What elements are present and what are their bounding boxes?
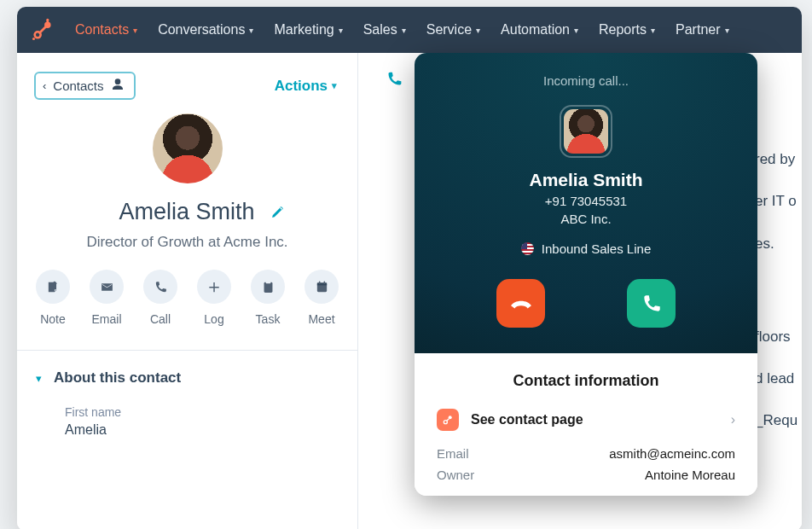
svg-line-14 xyxy=(447,419,450,421)
chevron-down-icon: ▾ xyxy=(651,26,655,35)
envelope-icon xyxy=(90,270,124,304)
task-action[interactable]: Task xyxy=(246,270,289,326)
background-text-fragments: red by er IT o es. floors d lead _Requ xyxy=(755,53,802,529)
app-window: Contacts ▾ Conversations ▾ Marketing ▾ S… xyxy=(17,7,802,529)
nav-partner-label: Partner xyxy=(676,22,720,38)
chevron-left-icon: ‹ xyxy=(43,79,46,92)
hubspot-badge-icon xyxy=(437,409,459,431)
phone-icon[interactable] xyxy=(386,70,403,88)
chevron-down-icon: ▾ xyxy=(332,80,337,91)
email-value: asmith@acmeinc.com xyxy=(609,446,735,461)
phone-icon xyxy=(143,270,177,304)
email-key: Email xyxy=(437,446,469,461)
call-card-header: Incoming call... Amelia Smith +91 730455… xyxy=(415,53,757,353)
sidebar-top-row: ‹ Contacts Actions ▾ xyxy=(17,53,357,107)
email-label: Email xyxy=(91,312,121,326)
chevron-down-icon: ▾ xyxy=(402,26,406,35)
nav-service[interactable]: Service ▾ xyxy=(418,7,489,53)
email-row: Email asmith@acmeinc.com xyxy=(437,446,735,461)
contact-sidebar: ‹ Contacts Actions ▾ Amelia Smith xyxy=(17,53,358,529)
log-label: Log xyxy=(204,312,223,326)
content-area: ‹ Contacts Actions ▾ Amelia Smith xyxy=(17,53,802,529)
quick-actions-row: Note Email Call xyxy=(32,270,343,326)
see-contact-page-link[interactable]: See contact page › xyxy=(437,409,735,431)
accept-call-button[interactable] xyxy=(627,279,676,328)
chevron-down-icon: ▾ xyxy=(133,26,137,35)
chevron-down-icon: ▾ xyxy=(725,26,729,35)
contact-name: Amelia Smith xyxy=(119,199,254,225)
inbound-line-row: Inbound Sales Line xyxy=(521,241,651,256)
about-section-header[interactable]: ▾ About this contact xyxy=(17,350,357,387)
svg-line-2 xyxy=(40,27,46,33)
note-label: Note xyxy=(40,312,66,326)
note-icon xyxy=(36,270,70,304)
svg-rect-11 xyxy=(323,281,324,284)
nav-contacts[interactable]: Contacts ▾ xyxy=(67,7,146,53)
log-action[interactable]: ＋ Log xyxy=(193,270,235,326)
call-buttons-row xyxy=(432,279,740,328)
bg-fragment: red by xyxy=(755,138,802,180)
nav-sales[interactable]: Sales ▾ xyxy=(355,7,415,53)
bg-fragment: floors xyxy=(755,316,802,358)
nav-conversations[interactable]: Conversations ▾ xyxy=(149,7,262,53)
svg-rect-10 xyxy=(318,281,319,284)
meet-action[interactable]: Meet xyxy=(300,270,343,326)
caller-number: +91 73045531 xyxy=(432,194,740,208)
us-flag-icon xyxy=(521,242,534,255)
actions-menu[interactable]: Actions ▾ xyxy=(275,78,337,95)
email-action[interactable]: Email xyxy=(85,270,128,326)
task-label: Task xyxy=(256,312,281,326)
note-action[interactable]: Note xyxy=(32,270,74,326)
pencil-icon[interactable] xyxy=(270,205,285,219)
nav-automation[interactable]: Automation ▾ xyxy=(492,7,587,53)
nav-contacts-label: Contacts xyxy=(75,22,129,38)
caller-name: Amelia Smith xyxy=(432,170,740,190)
phone-icon xyxy=(641,293,663,315)
bg-fragment: d lead xyxy=(755,358,802,399)
owner-value: Antoine Moreau xyxy=(645,468,735,482)
nav-partner[interactable]: Partner ▾ xyxy=(667,7,737,53)
nav-sales-label: Sales xyxy=(363,22,397,38)
inbound-line-label: Inbound Sales Line xyxy=(542,241,651,256)
main-panel: red by er IT o es. floors d lead _Requ I… xyxy=(358,53,802,529)
caller-company: ABC Inc. xyxy=(432,212,740,226)
hangup-icon xyxy=(510,293,532,315)
bg-fragment: _Requ xyxy=(755,399,802,441)
svg-point-4 xyxy=(32,38,35,40)
back-to-contacts-button[interactable]: ‹ Contacts xyxy=(34,72,136,100)
about-section-title: About this contact xyxy=(54,369,181,387)
top-navbar: Contacts ▾ Conversations ▾ Marketing ▾ S… xyxy=(17,7,802,53)
plus-icon: ＋ xyxy=(197,270,231,304)
contact-info-block: Contact information See contact page › E… xyxy=(415,353,757,496)
task-icon xyxy=(251,270,285,304)
person-icon xyxy=(111,78,125,94)
decline-call-button[interactable] xyxy=(496,279,545,328)
chevron-down-icon: ▾ xyxy=(36,372,42,385)
call-action[interactable]: Call xyxy=(139,270,182,326)
incoming-call-card: Incoming call... Amelia Smith +91 730455… xyxy=(415,53,757,496)
see-contact-label: See contact page xyxy=(471,412,719,427)
first-name-value[interactable]: Amelia xyxy=(65,422,357,438)
bg-fragment: er IT o xyxy=(755,180,802,222)
meet-label: Meet xyxy=(308,312,334,326)
contact-job-title: Director of Growth at Acme Inc. xyxy=(86,234,287,251)
owner-row: Owner Antoine Moreau xyxy=(437,468,735,482)
svg-point-5 xyxy=(46,19,49,21)
caller-avatar-frame xyxy=(560,105,612,158)
nav-service-label: Service xyxy=(426,22,472,38)
contact-avatar[interactable] xyxy=(153,113,223,183)
calendar-icon xyxy=(304,270,339,304)
contact-name-row: Amelia Smith xyxy=(90,199,284,225)
nav-conversations-label: Conversations xyxy=(158,22,245,38)
hubspot-logo-icon xyxy=(31,18,55,42)
nav-reports[interactable]: Reports ▾ xyxy=(590,7,664,53)
caller-avatar xyxy=(564,109,608,154)
chevron-right-icon: › xyxy=(731,412,735,427)
svg-rect-9 xyxy=(316,282,326,285)
chevron-down-icon: ▾ xyxy=(476,26,480,35)
nav-reports-label: Reports xyxy=(599,22,647,38)
owner-key: Owner xyxy=(437,468,474,482)
nav-marketing[interactable]: Marketing ▾ xyxy=(265,7,351,53)
svg-rect-7 xyxy=(265,281,270,283)
svg-rect-6 xyxy=(264,282,272,292)
